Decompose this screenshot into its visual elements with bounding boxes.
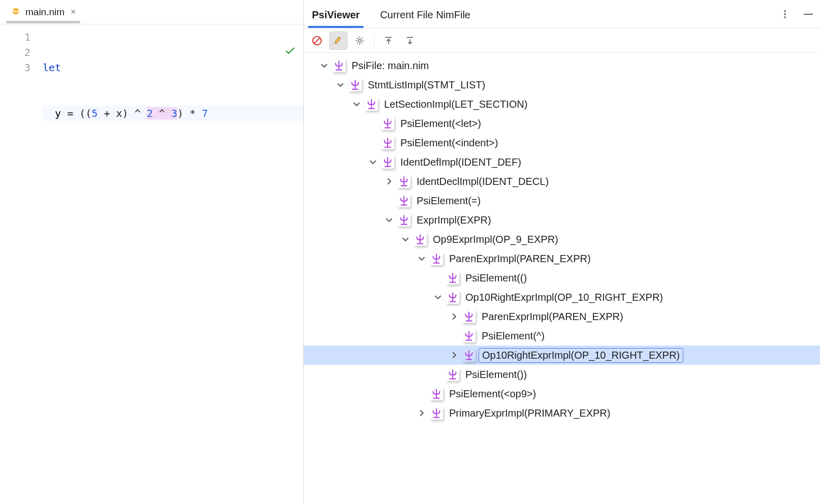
tree-row[interactable]: StmtListImpl(STMT_LIST) [304, 75, 820, 94]
psi-header-actions [779, 9, 814, 20]
svg-point-2 [358, 39, 361, 42]
tree-row[interactable]: PrimaryExprImpl(PRIMARY_EXPR) [304, 403, 820, 423]
tree-node-label: Op10RightExprImpl(OP_10_RIGHT_EXPR) [462, 291, 666, 304]
tree-row[interactable]: IdentDeclImpl(IDENT_DECL) [304, 172, 820, 191]
tree-node-label: PsiElement(() [462, 271, 530, 285]
tree-node-label: PsiElement(<op9>) [446, 387, 539, 401]
psi-icon [381, 155, 394, 169]
chevron-down-icon[interactable] [417, 254, 427, 264]
tree-node-label: PrimaryExprImpl(PRIMARY_EXPR) [446, 406, 613, 420]
editor-panel: main.nim × 1 2 3 let y = ((5 + x) ^ 2 ^ … [0, 0, 304, 504]
check-icon[interactable] [225, 29, 296, 76]
tree-row[interactable]: Op10RightExprImpl(OP_10_RIGHT_EXPR) [304, 288, 820, 307]
chevron-right-icon[interactable] [449, 350, 459, 360]
collapse-icon[interactable] [380, 32, 398, 50]
psi-icon [381, 117, 394, 130]
psi-icon [430, 252, 443, 265]
block-icon[interactable] [308, 32, 326, 50]
tree-row[interactable]: IdentDefImpl(IDENT_DEF) [304, 152, 820, 172]
tree-node-label: StmtListImpl(STMT_LIST) [365, 78, 488, 92]
highlight-icon[interactable] [329, 32, 348, 50]
psi-icon [446, 368, 459, 381]
tree-row[interactable]: PsiElement(<let>) [304, 114, 820, 133]
tree-row[interactable]: PsiFile: main.nim [304, 56, 820, 75]
tree-row[interactable]: Op10RightExprImpl(OP_10_RIGHT_EXPR) [304, 345, 820, 365]
twistie-none [433, 273, 443, 283]
tree-node-label: PsiElement(=) [414, 194, 484, 208]
code-area[interactable]: let y = ((5 + x) ^ 2 ^ 3) * 7 [43, 24, 303, 504]
tree-node-label: IdentDefImpl(IDENT_DEF) [397, 155, 524, 169]
chevron-down-icon[interactable] [368, 157, 378, 167]
psi-icon [462, 329, 476, 342]
psi-icon [446, 271, 459, 285]
tree-row[interactable]: Op9ExprImpl(OP_9_EXPR) [304, 230, 820, 249]
psi-icon [446, 291, 459, 304]
tree-row[interactable]: PsiElement(() [304, 268, 820, 288]
psi-icon [414, 233, 427, 246]
tree-node-label: ExprImpl(EXPR) [414, 213, 494, 227]
psi-icon [332, 59, 345, 72]
tree-row[interactable]: PsiElement(^) [304, 326, 820, 345]
twistie-none [368, 138, 378, 148]
tree-row[interactable]: LetSectionImpl(LET_SECTION) [304, 94, 820, 114]
psi-icon [365, 98, 378, 111]
tree-row[interactable]: ExprImpl(EXPR) [304, 210, 820, 230]
code-line: y = ((5 + x) ^ 2 ^ 3) * 7 [43, 106, 303, 121]
twistie-none [449, 331, 459, 341]
tree-node-label: ParenExprImpl(PAREN_EXPR) [479, 310, 626, 324]
twistie-none [368, 118, 378, 129]
nim-file-icon [10, 7, 21, 18]
tree-row[interactable]: PsiElement()) [304, 365, 820, 384]
psi-icon [397, 175, 411, 188]
psi-icon [397, 213, 411, 227]
chevron-right-icon[interactable] [449, 311, 459, 322]
tree-node-label: IdentDeclImpl(IDENT_DECL) [414, 175, 552, 188]
tree-node-label: PsiElement(<indent>) [397, 136, 501, 150]
svg-line-1 [314, 38, 320, 43]
twistie-none [417, 389, 427, 399]
twistie-none [384, 196, 394, 206]
editor-tabs: main.nim × [0, 0, 303, 24]
expand-icon[interactable] [401, 32, 419, 50]
tree-row[interactable]: PsiElement(<op9>) [304, 384, 820, 403]
chevron-down-icon[interactable] [352, 99, 362, 109]
tree-node-label: Op9ExprImpl(OP_9_EXPR) [430, 233, 561, 246]
tree-row[interactable]: PsiElement(<indent>) [304, 133, 820, 152]
code-line [43, 151, 303, 167]
line-number: 1 [0, 29, 30, 45]
tree-row[interactable]: ParenExprImpl(PAREN_EXPR) [304, 249, 820, 268]
psi-icon [430, 406, 443, 420]
tab-underline [6, 21, 80, 23]
tree-node-label: PsiFile: main.nim [349, 59, 432, 73]
psi-icon [430, 387, 443, 400]
editor-body[interactable]: 1 2 3 let y = ((5 + x) ^ 2 ^ 3) * 7 [0, 24, 303, 504]
chevron-down-icon[interactable] [400, 234, 411, 244]
editor-tab-label: main.nim [25, 7, 65, 18]
psi-tabs: PsiViewer Current File NimFile [310, 0, 472, 28]
gutter: 1 2 3 [0, 24, 43, 504]
psi-tree[interactable]: PsiFile: main.nimStmtListImpl(STMT_LIST)… [304, 53, 820, 504]
tree-row[interactable]: ParenExprImpl(PAREN_EXPR) [304, 307, 820, 326]
psi-icon [462, 310, 476, 323]
psi-header: PsiViewer Current File NimFile [304, 0, 820, 28]
chevron-down-icon[interactable] [319, 60, 329, 71]
chevron-right-icon[interactable] [417, 408, 427, 418]
minimize-icon[interactable] [803, 9, 814, 20]
chevron-down-icon[interactable] [384, 215, 394, 225]
chevron-down-icon[interactable] [433, 292, 443, 302]
tab-psiviewer[interactable]: PsiViewer [310, 9, 362, 28]
tree-node-label: LetSectionImpl(LET_SECTION) [381, 98, 530, 111]
tab-current-file[interactable]: Current File NimFile [378, 9, 472, 28]
tree-node-label: PsiElement(<let>) [397, 117, 484, 131]
psi-panel: PsiViewer Current File NimFile PsiFile: … [304, 0, 820, 504]
psi-icon [381, 136, 394, 149]
editor-tab-main[interactable]: main.nim × [6, 7, 80, 18]
settings-icon[interactable] [351, 32, 369, 50]
tree-row[interactable]: PsiElement(=) [304, 191, 820, 210]
psi-icon [462, 349, 476, 362]
psi-icon [397, 194, 411, 207]
close-icon[interactable]: × [71, 7, 76, 17]
kebab-icon[interactable] [779, 9, 791, 20]
chevron-down-icon[interactable] [335, 80, 345, 90]
chevron-right-icon[interactable] [384, 176, 394, 186]
